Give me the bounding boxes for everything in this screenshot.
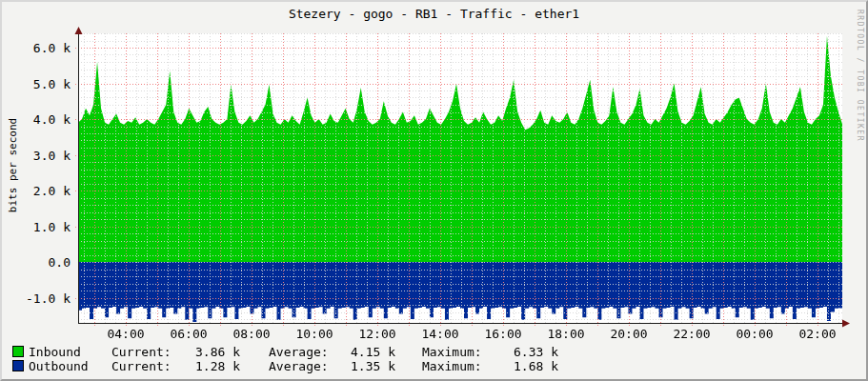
maximum-column-label: Maximum: [422,359,482,373]
outbound-series-label: Outbound [29,359,89,373]
legend-row-inbound: Inbound Current: 3.86 k Average: 4.15 k … [2,345,866,359]
outbound-maximum-value: 1.68 k [495,359,558,373]
rrdtool-watermark: RRDTOOL / TOBI OETIKER [851,10,864,238]
x-tick-label: 08:00 [232,327,270,341]
outbound-color-swatch [12,360,24,371]
y-tick-label: 1.0 k [2,220,71,234]
average-column-label: Average: [269,359,329,373]
x-tick-label: 14:00 [421,327,458,341]
outbound-average-value: 1.35 k [334,359,395,373]
y-axis-label: bits per second [7,118,19,213]
average-column-label: Average: [269,345,329,359]
x-tick-label: 12:00 [358,327,395,341]
x-tick-label: 16:00 [484,327,521,341]
graph-title: Stezery - gogo - RB1 - Traffic - ether1 [2,7,866,21]
y-tick-label: 3.0 k [2,149,71,163]
current-column-label: Current: [111,345,172,359]
outbound-current-value: 1.28 k [179,359,240,373]
current-column-label: Current: [111,359,172,373]
y-tick-label: 5.0 k [2,77,71,91]
traffic-plot-canvas [74,27,852,330]
inbound-color-swatch [12,346,24,357]
inbound-average-value: 4.15 k [334,345,395,359]
y-tick-label: 4.0 k [2,112,71,127]
x-tick-label: 00:00 [736,327,773,341]
x-tick-label: 22:00 [673,327,710,341]
inbound-maximum-value: 6.33 k [495,345,558,359]
y-tick-label: 2.0 k [2,184,71,198]
y-tick-label: 6.0 k [2,41,71,55]
legend-row-outbound: Outbound Current: 1.28 k Average: 1.35 k… [2,359,866,373]
maximum-column-label: Maximum: [422,345,482,359]
x-tick-label: 06:00 [170,327,207,341]
y-tick-label: 0.0 [2,255,71,270]
inbound-current-value: 3.86 k [179,345,240,359]
x-tick-label: 20:00 [610,327,647,341]
x-tick-label: 02:00 [798,327,836,341]
x-tick-label: 18:00 [547,327,584,341]
x-tick-label: 04:00 [107,327,144,341]
rrdtool-traffic-graph: Stezery - gogo - RB1 - Traffic - ether1 … [0,0,868,381]
x-tick-label: 10:00 [295,327,333,341]
y-tick-label: -1.0 k [2,291,71,306]
inbound-series-label: Inbound [29,345,81,359]
